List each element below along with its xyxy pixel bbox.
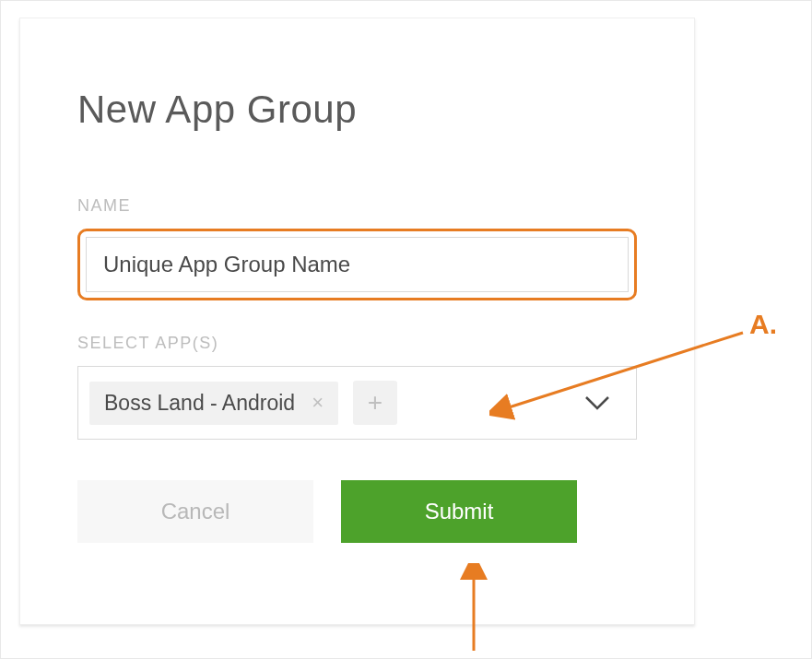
dialog-button-row: Cancel Submit xyxy=(77,480,637,543)
screenshot-frame: New App Group NAME SELECT APP(S) Boss La… xyxy=(0,0,812,659)
chevron-down-icon xyxy=(584,395,610,410)
name-field-highlight xyxy=(77,229,637,300)
selected-app-label: Boss Land - Android xyxy=(104,391,295,416)
select-apps-combobox[interactable]: Boss Land - Android × + xyxy=(77,366,637,440)
dialog-title: New App Group xyxy=(77,88,637,132)
submit-button[interactable]: Submit xyxy=(341,480,577,543)
name-input[interactable] xyxy=(86,237,629,292)
annotation-a-label: A. xyxy=(749,309,777,340)
add-app-button[interactable]: + xyxy=(353,381,397,425)
new-app-group-dialog: New App Group NAME SELECT APP(S) Boss La… xyxy=(19,18,695,625)
cancel-button[interactable]: Cancel xyxy=(77,480,313,543)
remove-app-icon[interactable]: × xyxy=(308,393,327,413)
selected-app-chip: Boss Land - Android × xyxy=(89,382,338,425)
select-apps-label: SELECT APP(S) xyxy=(77,334,637,353)
name-field-label: NAME xyxy=(77,196,637,216)
dropdown-toggle[interactable] xyxy=(584,395,610,410)
plus-icon: + xyxy=(368,388,382,418)
